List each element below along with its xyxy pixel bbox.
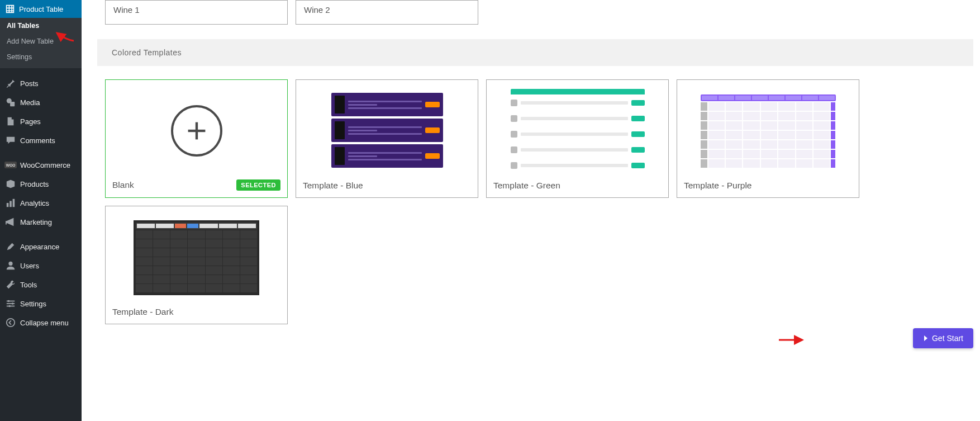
template-card-blue[interactable]: Template - Blue	[296, 79, 478, 198]
selected-badge: SELECTED	[236, 179, 280, 191]
settings-icon	[6, 299, 16, 309]
svg-rect-3	[9, 201, 12, 207]
template-title: Template - Blue	[303, 181, 363, 191]
submenu-add-new-table[interactable]: Add New Table	[0, 34, 82, 49]
template-title: Template - Purple	[684, 181, 751, 191]
analytics-icon	[6, 198, 16, 208]
chevron-right-icon	[923, 334, 929, 343]
svg-point-12	[7, 319, 15, 327]
submenu-all-tables[interactable]: All Tables	[0, 18, 82, 34]
collapse-icon	[6, 318, 16, 328]
template-card-blank[interactable]: Blank SELECTED	[105, 79, 288, 198]
template-title: Blank	[112, 180, 134, 190]
appearance-icon	[6, 242, 16, 252]
template-grid: Blank SELECTED Template - Blue	[105, 79, 973, 324]
sidebar-item-users[interactable]: Users	[0, 256, 82, 275]
grid-icon	[6, 4, 15, 13]
sidebar-item-comments[interactable]: Comments	[0, 131, 82, 150]
products-icon	[6, 179, 16, 189]
admin-sidebar: Product Table All Tables Add New Table S…	[0, 0, 82, 421]
users-icon	[6, 261, 16, 271]
sidebar-submenu: All Tables Add New Table Settings	[0, 18, 82, 68]
svg-point-9	[8, 300, 10, 302]
pin-icon	[6, 78, 16, 88]
submenu-settings[interactable]: Settings	[0, 49, 82, 65]
svg-rect-2	[7, 203, 9, 207]
sidebar-item-settings[interactable]: Settings	[0, 294, 82, 313]
template-preview-purple	[684, 87, 852, 176]
sidebar-item-tools[interactable]: Tools	[0, 275, 82, 294]
template-card-purple[interactable]: Template - Purple	[677, 79, 859, 198]
top-cards-row: Wine 1 Wine 2	[105, 0, 973, 25]
svg-point-5	[8, 262, 12, 266]
template-preview-blank	[112, 87, 280, 175]
tools-icon	[6, 280, 16, 290]
sidebar-item-analytics[interactable]: Analytics	[0, 193, 82, 212]
sidebar-item-products[interactable]: Products	[0, 174, 82, 193]
media-icon	[6, 97, 16, 107]
content-area: Wine 1 Wine 2 Colored Templates Blank SE…	[82, 0, 980, 421]
get-start-button[interactable]: Get Start	[913, 328, 973, 348]
sidebar-item-collapse[interactable]: Collapse menu	[0, 313, 82, 332]
card-wine-2[interactable]: Wine 2	[296, 0, 478, 25]
svg-point-11	[8, 305, 11, 308]
template-preview-blue	[303, 87, 471, 176]
section-title: Colored Templates	[112, 48, 959, 57]
sidebar-item-woocommerce[interactable]: woo WooCommerce	[0, 155, 82, 174]
woocommerce-icon: woo	[6, 160, 16, 170]
template-preview-green	[493, 87, 662, 176]
sidebar-item-pages[interactable]: Pages	[0, 112, 82, 131]
section-heading-bar: Colored Templates	[97, 39, 973, 66]
sidebar-active-label: Product Table	[19, 5, 63, 13]
page-icon	[6, 116, 16, 126]
svg-point-10	[12, 302, 14, 305]
plus-icon	[171, 105, 222, 157]
template-preview-dark	[112, 213, 280, 302]
sidebar-item-appearance[interactable]: Appearance	[0, 237, 82, 256]
comment-icon	[6, 135, 16, 145]
sidebar-item-product-table[interactable]: Product Table	[0, 0, 82, 18]
sidebar-item-media[interactable]: Media	[0, 93, 82, 112]
marketing-icon	[6, 217, 16, 227]
template-card-dark[interactable]: Template - Dark	[105, 206, 288, 324]
svg-rect-4	[13, 199, 15, 207]
template-title: Template - Green	[493, 181, 560, 191]
svg-rect-1	[10, 102, 15, 106]
template-title: Template - Dark	[112, 307, 173, 317]
card-wine-1[interactable]: Wine 1	[105, 0, 288, 25]
sidebar-item-posts[interactable]: Posts	[0, 74, 82, 93]
sidebar-item-marketing[interactable]: Marketing	[0, 212, 82, 231]
template-card-green[interactable]: Template - Green	[486, 79, 669, 198]
